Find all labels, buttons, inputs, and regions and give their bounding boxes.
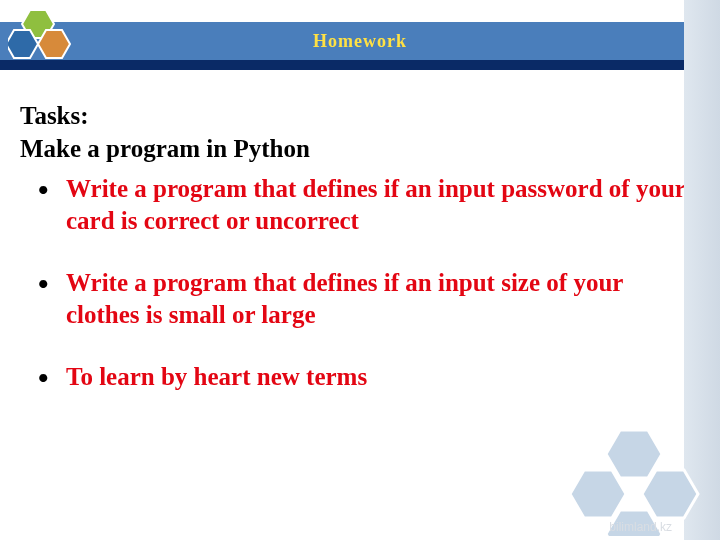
svg-marker-5 [642, 470, 698, 518]
list-item: Write a program that defines if an input… [44, 173, 700, 237]
tasks-heading: Tasks: [20, 100, 700, 131]
header-bar: Homework [0, 0, 720, 72]
footer-link: bilimland.kz [609, 520, 672, 534]
hexagon-decoration-top [8, 8, 98, 82]
bullet-list: Write a program that defines if an input… [20, 173, 700, 393]
title-band: Homework [0, 22, 720, 60]
content-area: Tasks: Make a program in Python Write a … [0, 72, 720, 433]
title-underline [0, 60, 720, 70]
svg-marker-3 [606, 430, 662, 478]
svg-marker-4 [570, 470, 626, 518]
svg-marker-2 [38, 30, 70, 58]
svg-marker-1 [8, 30, 38, 58]
subheading: Make a program in Python [20, 133, 700, 164]
list-item: Write a program that defines if an input… [44, 267, 700, 331]
list-item: To learn by heart new terms [44, 361, 700, 393]
page-title: Homework [313, 31, 407, 52]
